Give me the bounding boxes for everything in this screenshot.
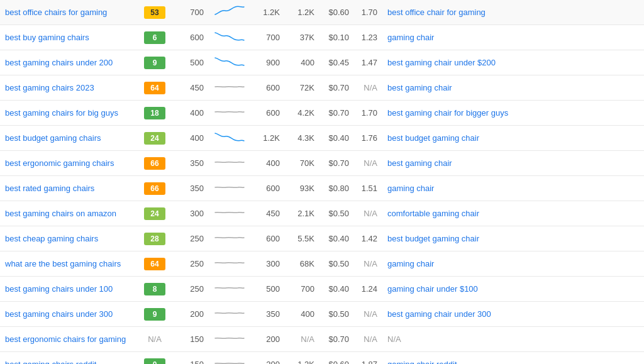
- keyword-link[interactable]: best gaming chairs under 300: [5, 309, 113, 319]
- serp-link[interactable]: gaming chair: [387, 33, 434, 42]
- serp-link[interactable]: best gaming chair under $200: [387, 58, 496, 67]
- results-cell: N/A: [285, 327, 319, 352]
- trend-sparkline: [214, 306, 245, 320]
- cpc-cell: $0.60: [319, 0, 354, 25]
- serp-cell: gaming chair: [382, 176, 644, 201]
- com-value: 1.23: [362, 33, 377, 42]
- com-cell: 1.47: [354, 50, 382, 75]
- kd-badge: 64: [144, 82, 165, 94]
- trend-cell: [209, 151, 250, 176]
- results-cell: 1.2K: [285, 0, 319, 25]
- keyword-link[interactable]: best ergonomic gaming chairs: [5, 158, 114, 168]
- volume-cell: 700: [171, 0, 209, 25]
- results-value: 93K: [300, 184, 314, 193]
- trend-sparkline: [214, 256, 245, 270]
- keyword-link[interactable]: what are the best gaming chairs: [5, 259, 121, 268]
- serp-link[interactable]: gaming chair under $100: [387, 284, 478, 294]
- kd-cell: 18: [138, 101, 171, 126]
- kd-cell: 9: [138, 50, 171, 75]
- cpc-cell: $0.40: [319, 226, 354, 251]
- serp-link[interactable]: best gaming chair for bigger guys: [387, 108, 508, 118]
- com-cell: 1.23: [354, 25, 382, 50]
- traffic-cell: 700: [250, 25, 285, 50]
- serp-cell: best gaming chair under $200: [382, 50, 644, 75]
- volume-cell: 250: [171, 226, 209, 251]
- com-cell: 1.70: [354, 101, 382, 126]
- keyword-link[interactable]: best office chairs for gaming: [5, 8, 107, 17]
- kd-cell: 0: [138, 352, 171, 365]
- serp-cell: N/A: [382, 327, 644, 352]
- serp-link[interactable]: best gaming chair: [387, 158, 452, 168]
- volume-cell: 250: [171, 277, 209, 302]
- trend-sparkline: [214, 180, 245, 194]
- trend-cell: [209, 126, 250, 151]
- keyword-cell: best ergonomic chairs for gaming: [0, 327, 138, 352]
- cpc-cell: $0.40: [319, 126, 354, 151]
- com-value: N/A: [364, 309, 377, 319]
- kd-cell: 64: [138, 75, 171, 101]
- serp-link[interactable]: gaming chair: [387, 184, 434, 193]
- volume-cell: 350: [171, 176, 209, 201]
- trend-sparkline: [214, 55, 245, 69]
- serp-link[interactable]: best budget gaming chair: [387, 133, 479, 143]
- cpc-cell: $0.45: [319, 50, 354, 75]
- keyword-link[interactable]: best gaming chairs 2023: [5, 83, 94, 92]
- traffic-cell: 1.2K: [250, 126, 285, 151]
- serp-cell: best gaming chair: [382, 151, 644, 176]
- cpc-cell: $0.50: [319, 251, 354, 277]
- keyword-link[interactable]: best gaming chairs reddit: [5, 360, 96, 364]
- com-cell: N/A: [354, 75, 382, 101]
- com-value: N/A: [364, 334, 377, 344]
- results-cell: 37K: [285, 25, 319, 50]
- keyword-cell: best gaming chairs on amazon: [0, 201, 138, 226]
- com-cell: 1.70: [354, 0, 382, 25]
- traffic-cell: 600: [250, 176, 285, 201]
- table-row: best gaming chairs under 200 9 500 900 4…: [0, 50, 644, 75]
- volume-cell: 450: [171, 75, 209, 101]
- results-value: 400: [301, 58, 314, 67]
- com-cell: N/A: [354, 251, 382, 277]
- keyword-link[interactable]: best ergonomic chairs for gaming: [5, 334, 126, 344]
- keyword-link[interactable]: best cheap gaming chairs: [5, 234, 98, 243]
- keyword-link[interactable]: best gaming chairs under 200: [5, 58, 113, 67]
- serp-link[interactable]: gaming chair reddit: [387, 360, 457, 364]
- trend-sparkline: [214, 105, 245, 119]
- keyword-table: best office chairs for gaming 53 700 1.2…: [0, 0, 644, 364]
- volume-cell: 200: [171, 302, 209, 327]
- volume-cell: 400: [171, 126, 209, 151]
- trend-cell: [209, 277, 250, 302]
- results-value: 68K: [300, 259, 314, 268]
- keyword-link[interactable]: best gaming chairs under 100: [5, 284, 113, 294]
- serp-link[interactable]: comfortable gaming chair: [387, 209, 479, 218]
- results-cell: 72K: [285, 75, 319, 101]
- serp-link[interactable]: best office chair for gaming: [387, 8, 486, 17]
- table-row: best budget gaming chairs 24 400 1.2K 4.…: [0, 126, 644, 151]
- serp-link[interactable]: gaming chair: [387, 259, 434, 268]
- keyword-link[interactable]: best gaming chairs on amazon: [5, 209, 116, 218]
- com-value: N/A: [364, 209, 377, 218]
- results-value: 400: [301, 309, 314, 319]
- traffic-cell: 600: [250, 226, 285, 251]
- com-value: N/A: [364, 259, 377, 268]
- serp-link[interactable]: best gaming chair: [387, 83, 452, 92]
- results-cell: 5.5K: [285, 226, 319, 251]
- kd-badge: 64: [144, 258, 165, 270]
- com-cell: 1.42: [354, 226, 382, 251]
- kd-cell: 53: [138, 0, 171, 25]
- traffic-cell: 500: [250, 277, 285, 302]
- serp-link[interactable]: best gaming chair under 300: [387, 309, 491, 319]
- keyword-link[interactable]: best rated gaming chairs: [5, 184, 94, 193]
- cpc-cell: $0.70: [319, 75, 354, 101]
- serp-link[interactable]: best budget gaming chair: [387, 234, 479, 243]
- table-row: best cheap gaming chairs 28 250 600 5.5K…: [0, 226, 644, 251]
- kd-cell: 66: [138, 151, 171, 176]
- results-cell: 400: [285, 50, 319, 75]
- keyword-link[interactable]: best buy gaming chairs: [5, 33, 89, 42]
- trend-cell: [209, 0, 250, 25]
- kd-cell: 9: [138, 302, 171, 327]
- com-value: 1.70: [362, 8, 377, 17]
- table-row: best gaming chairs under 100 8 250 500 7…: [0, 277, 644, 302]
- keyword-link[interactable]: best budget gaming chairs: [5, 133, 101, 143]
- keyword-link[interactable]: best gaming chairs for big guys: [5, 108, 118, 118]
- table-row: best rated gaming chairs 66 350 600 93K …: [0, 176, 644, 201]
